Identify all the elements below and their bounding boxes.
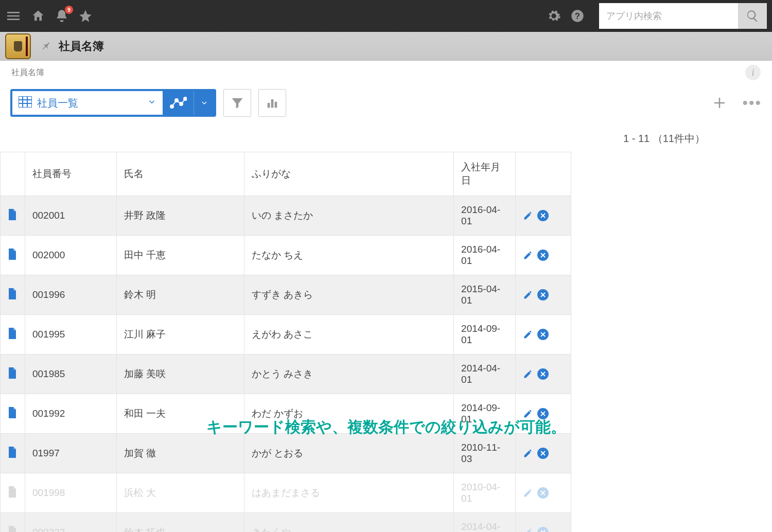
edit-button[interactable] <box>523 290 533 300</box>
header-emp-no[interactable]: 社員番号 <box>25 152 116 196</box>
table-icon <box>19 96 32 110</box>
pencil-icon <box>523 488 533 498</box>
filter-button[interactable] <box>223 89 251 117</box>
edit-button[interactable] <box>523 527 533 532</box>
document-icon[interactable] <box>8 449 17 460</box>
info-button[interactable]: i <box>745 65 761 80</box>
document-icon[interactable] <box>8 211 17 222</box>
cell-name: 江川 麻子 <box>116 315 244 354</box>
search-button[interactable] <box>738 3 767 29</box>
breadcrumb-row: 社員名簿 i <box>0 61 772 84</box>
bar-chart-icon <box>265 96 279 110</box>
svg-text:?: ? <box>575 11 580 21</box>
delete-button[interactable] <box>537 210 549 221</box>
edit-button[interactable] <box>523 409 533 419</box>
cell-kana: すずき あきら <box>244 275 453 315</box>
app-title-bar: 社員名簿 <box>0 32 772 61</box>
search-input[interactable] <box>599 3 738 29</box>
edit-button[interactable] <box>523 329 533 340</box>
document-icon[interactable] <box>8 370 17 381</box>
cell-emp-no: 001992 <box>25 394 116 434</box>
cell-hire-date: 2010-11-03 <box>454 434 516 473</box>
edit-button[interactable] <box>523 488 533 498</box>
delete-button[interactable] <box>537 527 549 532</box>
table-row: 001985加藤 美咲かとう みさき2014-04-01 <box>1 354 571 394</box>
table-row: 000223鈴木 拓也きたくや2014-04-01 <box>1 513 571 533</box>
table-row: 001992和田 一夫わだ かずお2014-09-01 <box>1 394 571 434</box>
delete-button[interactable] <box>537 289 549 300</box>
topbar: 9 ? <box>0 0 772 32</box>
delete-button[interactable] <box>537 250 549 261</box>
document-icon[interactable] <box>8 528 17 533</box>
delete-button[interactable] <box>537 408 549 419</box>
breadcrumb[interactable]: 社員名簿 <box>11 67 44 78</box>
close-icon <box>540 292 546 297</box>
more-button[interactable]: ••• <box>742 95 762 111</box>
app-icon <box>5 33 31 59</box>
help-icon[interactable]: ? <box>570 9 585 23</box>
delete-button[interactable] <box>537 368 549 380</box>
pin-icon[interactable] <box>40 40 51 53</box>
edit-button[interactable] <box>523 448 533 458</box>
document-icon[interactable] <box>8 489 17 500</box>
cell-name: 浜松 大 <box>116 473 244 513</box>
cell-emp-no: 001998 <box>25 473 116 513</box>
cell-emp-no: 01997 <box>25 434 116 473</box>
edit-button[interactable] <box>523 369 533 379</box>
document-icon[interactable] <box>8 330 17 341</box>
chevron-down-icon <box>147 97 156 109</box>
close-icon <box>540 213 546 218</box>
home-icon[interactable] <box>31 9 45 23</box>
edit-button[interactable] <box>523 210 533 221</box>
pencil-icon <box>523 409 533 419</box>
cell-hire-date: 2014-09-01 <box>454 315 516 354</box>
close-icon <box>540 371 546 377</box>
close-icon <box>540 332 546 337</box>
search-icon <box>746 9 759 23</box>
cell-name: 加藤 美咲 <box>116 354 244 394</box>
notification-icon[interactable]: 9 <box>55 9 69 23</box>
gear-icon[interactable] <box>547 9 561 23</box>
add-button[interactable] <box>709 93 730 113</box>
document-icon[interactable] <box>8 410 17 420</box>
pencil-icon <box>523 290 533 300</box>
plus-icon <box>712 95 727 111</box>
hamburger-icon[interactable] <box>5 8 22 24</box>
cell-kana: かが とおる <box>244 434 453 473</box>
cell-name: 井野 政隆 <box>116 196 244 236</box>
header-name[interactable]: 氏名 <box>116 152 244 196</box>
cell-name: 田中 千恵 <box>116 236 244 275</box>
cell-emp-no: 001996 <box>25 275 116 315</box>
document-icon[interactable] <box>8 251 17 262</box>
cell-kana: はあまだまさる <box>244 473 453 513</box>
topbar-left: 9 <box>5 8 93 24</box>
edit-button[interactable] <box>523 250 533 260</box>
header-hire-date[interactable]: 入社年月日 <box>454 152 516 196</box>
cell-kana: かとう みさき <box>244 354 453 394</box>
table-row: 01997加賀 徹かが とおる2010-11-03 <box>1 434 571 473</box>
document-icon[interactable] <box>8 291 17 302</box>
close-icon <box>540 530 546 532</box>
cell-emp-no: 001995 <box>25 315 116 354</box>
cell-hire-date: 2014-04-01 <box>454 513 516 533</box>
cell-kana: いの まさたか <box>244 196 453 236</box>
delete-button[interactable] <box>537 448 549 459</box>
app-title: 社員名簿 <box>59 39 104 54</box>
cell-emp-no: 002000 <box>25 236 116 275</box>
graph-view-dropdown[interactable] <box>194 91 214 115</box>
delete-button[interactable] <box>537 487 549 499</box>
graph-view-button[interactable] <box>163 91 194 115</box>
header-kana[interactable]: ふりがな <box>244 152 453 196</box>
cell-kana: えがわ あさこ <box>244 315 453 354</box>
chevron-down-icon <box>200 99 208 107</box>
star-icon[interactable] <box>78 9 93 23</box>
chart-button[interactable] <box>258 89 286 117</box>
cell-hire-date: 2016-04-01 <box>454 236 516 275</box>
topbar-right: ? <box>547 3 767 29</box>
delete-button[interactable] <box>537 329 549 340</box>
graph-icon <box>169 96 187 110</box>
table-row: 001995江川 麻子えがわ あさこ2014-09-01 <box>1 315 571 354</box>
view-select[interactable]: 社員一覧 <box>12 91 163 115</box>
pagination-text: 1 - 11 （11件中） <box>0 121 772 152</box>
svg-rect-13 <box>275 102 277 108</box>
